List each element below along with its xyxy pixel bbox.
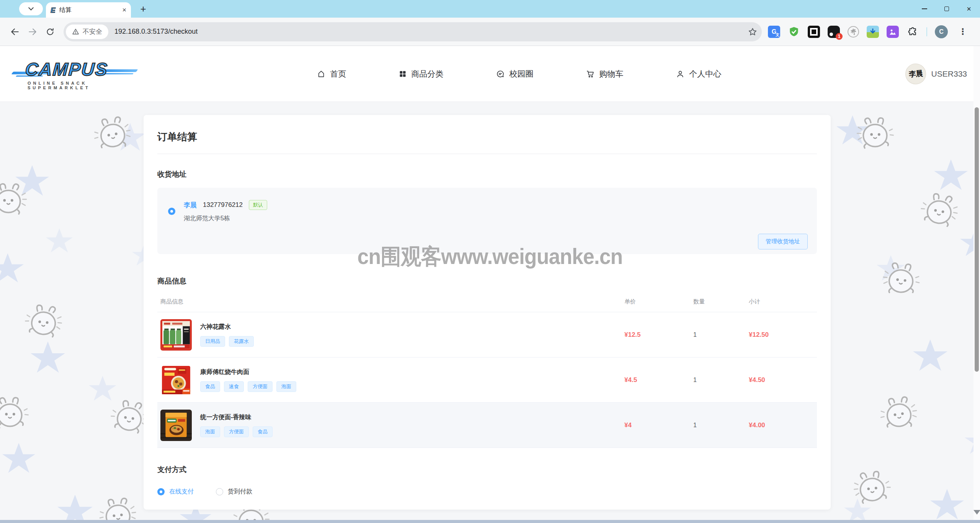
forward-arrow-icon — [28, 27, 38, 37]
product-tag: 花露水 — [229, 336, 254, 347]
manage-address-button[interactable]: 管理收货地址 — [758, 234, 808, 249]
browser-tab-checkout[interactable]: E 结算 × — [46, 2, 131, 18]
radio-selected-icon[interactable] — [157, 488, 165, 495]
star-decoration — [57, 495, 93, 520]
adguard-extension-icon[interactable] — [788, 26, 800, 38]
new-tab-button[interactable]: + — [136, 2, 150, 16]
payment-option-label: 货到付款 — [228, 488, 252, 496]
user-avatar[interactable]: 李晨 — [905, 63, 927, 85]
hamster-doodle — [88, 109, 137, 159]
col-price: 单价 — [624, 298, 693, 305]
nav-item-home[interactable]: 首页 — [317, 69, 346, 79]
url-text[interactable]: 192.168.0.3:5173/checkout — [114, 28, 748, 36]
scrollbar-down-arrow[interactable] — [973, 510, 980, 515]
hamster-doodle — [915, 186, 964, 236]
reload-icon — [46, 27, 55, 36]
scrollbar-thumb[interactable] — [975, 107, 979, 372]
forward-button[interactable] — [24, 23, 41, 41]
star-decoration — [0, 253, 24, 284]
site-logo[interactable]: CAMPUS ONLINE SNACK SUPERMARKLET — [18, 56, 133, 92]
page-background: 订单结算 收货地址 李晨 13277976212 默认 湖北师范大学5栋 管理收… — [0, 102, 980, 520]
window-minimize-button[interactable] — [913, 0, 936, 18]
product-row[interactable]: 康师傅红烧牛肉面 食品 速食 方便面 泡面 ¥4.5 1 ¥4.50 — [157, 357, 817, 403]
profile-avatar[interactable]: C — [935, 25, 948, 38]
window-close-button[interactable]: × — [958, 0, 980, 18]
download-extension-icon[interactable] — [867, 26, 879, 38]
products-table-header: 商品信息 单价 数量 小计 — [157, 292, 817, 312]
reload-button[interactable] — [41, 23, 59, 41]
palm-tree-extension-icon[interactable]: 🌴 — [848, 26, 859, 38]
unit-price: ¥12.5 — [624, 331, 693, 339]
taskbar-edge — [0, 520, 980, 523]
radio-unselected-icon[interactable] — [216, 488, 223, 495]
toolbar-divider — [926, 27, 927, 36]
chat-bubble-icon — [496, 70, 505, 78]
payment-option-online[interactable]: 在线支付 — [157, 488, 194, 496]
product-row[interactable]: 统一方便面-香辣味 泡面 方便面 食品 ¥4 1 ¥4.00 — [157, 403, 817, 448]
product-tag: 食品 — [200, 381, 220, 392]
back-button[interactable] — [6, 23, 24, 41]
chevron-down-icon — [28, 5, 34, 10]
back-arrow-icon — [10, 27, 20, 37]
nav-label: 首页 — [330, 69, 346, 79]
hamster-doodle — [20, 298, 67, 345]
payment-option-label: 在线支付 — [169, 488, 194, 496]
dark-frame-extension-icon[interactable] — [808, 26, 820, 38]
window-maximize-button[interactable] — [936, 0, 958, 18]
logo-title: CAMPUS — [24, 59, 109, 80]
product-name: 六神花露水 — [200, 323, 254, 331]
image-icon — [888, 27, 897, 36]
translate-zh: 文 — [776, 32, 779, 38]
browser-window: E 结算 × + × 不安全 192.168.0.3:5173/checkout — [0, 0, 980, 523]
hamster-doodle — [875, 390, 923, 438]
product-tag: 食品 — [253, 426, 273, 437]
nav-label: 个人中心 — [689, 69, 721, 79]
bookmark-star-icon[interactable] — [748, 27, 757, 36]
nav-item-profile[interactable]: 个人中心 — [676, 69, 721, 79]
browser-menu-button[interactable]: ⋮ — [956, 27, 970, 37]
hamster-doodle — [848, 464, 895, 512]
product-tag: 日用品 — [200, 336, 225, 347]
tab-close-icon[interactable]: × — [122, 7, 126, 13]
recipient-name: 李晨 — [184, 201, 197, 210]
user-box[interactable]: 李晨 USER333 — [905, 64, 967, 84]
photos-extension-icon[interactable] — [887, 26, 899, 38]
nav-item-cart[interactable]: 购物车 — [586, 69, 623, 79]
cart-icon — [586, 70, 595, 78]
payment-option-cod[interactable]: 货到付款 — [216, 488, 252, 496]
hamster-doodle — [94, 491, 141, 520]
page-scrollbar[interactable] — [973, 46, 980, 520]
subtotal: ¥4.50 — [749, 376, 814, 384]
hamster-doodle — [877, 256, 924, 303]
quantity: 1 — [693, 331, 749, 338]
payment-options: 在线支付 货到付款 — [157, 488, 817, 496]
product-image — [160, 410, 192, 441]
hamster-doodle — [854, 113, 897, 156]
product-name: 康师傅红烧牛肉面 — [200, 368, 296, 376]
window-controls: × — [913, 0, 980, 18]
minimize-icon — [922, 8, 927, 9]
username-text: USER333 — [931, 69, 967, 79]
star-decoration — [46, 228, 73, 254]
address-radio-selected[interactable] — [168, 208, 175, 215]
notifier-extension-icon[interactable]: 1 — [828, 26, 840, 38]
site-favicon-icon: E — [51, 7, 56, 14]
grid-icon — [399, 70, 407, 78]
payment-section-title: 支付方式 — [157, 465, 817, 475]
star-decoration — [934, 159, 968, 192]
site-watermark: cn围观客www.weiguanke.cn — [358, 242, 623, 272]
nav-item-categories[interactable]: 商品分类 — [399, 69, 443, 79]
star-decoration — [31, 341, 65, 374]
product-row[interactable]: 六神花露水 日用品 花露水 ¥12.5 1 ¥12.50 — [157, 312, 817, 357]
nav-item-campus-circle[interactable]: 校园圈 — [496, 69, 533, 79]
subtotal: ¥12.50 — [749, 331, 814, 339]
tab-search-button[interactable] — [19, 2, 43, 15]
translate-extension-icon[interactable]: G文 — [768, 26, 780, 38]
unit-price: ¥4.5 — [624, 376, 693, 384]
browser-toolbar: 不安全 192.168.0.3:5173/checkout G文 1 🌴 C — [0, 18, 980, 46]
extensions-menu-button[interactable] — [906, 26, 919, 38]
person-icon — [676, 70, 684, 78]
security-chip[interactable]: 不安全 — [66, 25, 108, 39]
address-bar[interactable]: 不安全 192.168.0.3:5173/checkout — [64, 22, 762, 41]
quantity: 1 — [693, 377, 749, 384]
